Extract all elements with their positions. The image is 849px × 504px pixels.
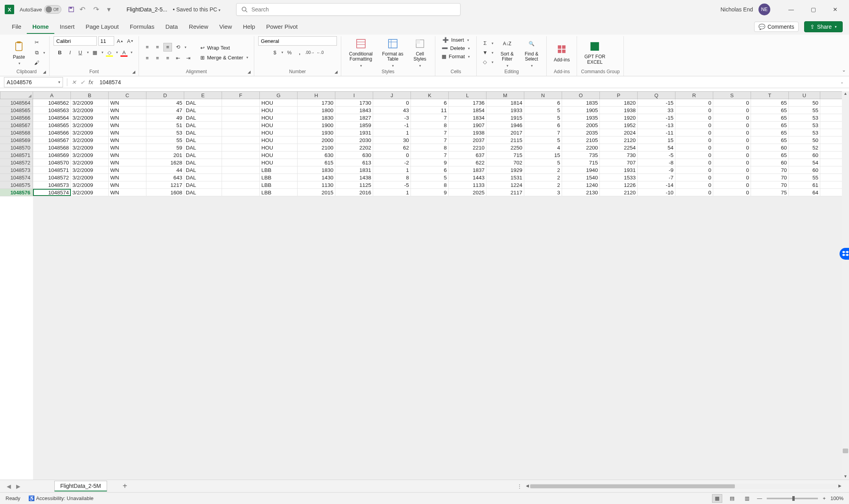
merge-center-button[interactable]: ⊞Merge & Center▾ <box>199 54 250 61</box>
scroll-up-icon[interactable]: ▲ <box>842 91 849 97</box>
cell[interactable]: 33 <box>638 107 675 114</box>
cell[interactable]: 9 <box>411 159 449 166</box>
cell[interactable]: -1 <box>373 122 411 129</box>
cell[interactable]: 1907 <box>449 122 486 129</box>
cell[interactable]: 5 <box>524 137 562 144</box>
cell[interactable]: 15 <box>638 137 675 144</box>
cell[interactable]: 0 <box>713 122 751 129</box>
autosum-button[interactable]: Σ <box>481 39 489 48</box>
table-row[interactable]: 10485653/2/2009WN51DALHOU19001859-181907… <box>33 122 842 129</box>
cell[interactable] <box>222 189 260 196</box>
cell[interactable]: 0 <box>713 99 751 106</box>
cell[interactable]: -7 <box>638 174 675 181</box>
cell[interactable]: 1834 <box>449 114 486 121</box>
name-box[interactable]: A1048576 ▾ <box>4 77 63 87</box>
percent-button[interactable]: % <box>285 48 294 57</box>
cell[interactable]: 8 <box>411 181 449 188</box>
conditional-formatting-button[interactable]: Conditional Formatting▾ <box>345 38 377 68</box>
cell[interactable]: 1608 <box>146 189 184 196</box>
table-row[interactable]: 10485683/2/2009WN59DALHOU210022026282210… <box>33 144 842 151</box>
cell[interactable]: 0 <box>713 114 751 121</box>
cell[interactable]: 1048568 <box>33 144 71 151</box>
cell[interactable]: 60 <box>751 144 789 151</box>
cell[interactable]: 7 <box>411 137 449 144</box>
row-header[interactable]: 1048574 <box>0 174 33 181</box>
cell[interactable]: 1048564 <box>33 114 71 121</box>
cell[interactable]: 1831 <box>335 166 373 174</box>
column-header[interactable]: B <box>71 92 109 99</box>
cell[interactable]: 2017 <box>486 129 524 136</box>
cell[interactable]: 702 <box>486 159 524 166</box>
cell[interactable]: 1438 <box>335 174 373 181</box>
cell[interactable]: 2015 <box>298 189 335 196</box>
cell[interactable]: DAL <box>184 122 222 129</box>
number-format-select[interactable] <box>258 36 337 46</box>
align-top-button[interactable]: ≡ <box>143 43 152 52</box>
cell[interactable]: 2115 <box>486 137 524 144</box>
clipboard-launcher[interactable]: ◢ <box>43 70 48 74</box>
cell[interactable]: 0 <box>675 181 713 188</box>
cell[interactable]: DAL <box>184 151 222 159</box>
cell[interactable] <box>222 99 260 106</box>
cell[interactable]: 1226 <box>600 181 638 188</box>
cell[interactable]: 637 <box>449 151 486 159</box>
cell[interactable]: 1 <box>373 129 411 136</box>
cell[interactable]: 0 <box>713 159 751 166</box>
cell[interactable]: 6 <box>524 122 562 129</box>
cell[interactable]: 5 <box>524 114 562 121</box>
cell[interactable]: 1730 <box>335 99 373 106</box>
row-header[interactable]: 1048571 <box>0 151 33 159</box>
cell[interactable]: HOU <box>260 122 298 129</box>
cell[interactable]: 1048569 <box>33 151 71 159</box>
cell[interactable]: 715 <box>562 159 600 166</box>
cell[interactable]: HOU <box>260 144 298 151</box>
cell[interactable] <box>222 122 260 129</box>
cell[interactable]: 630 <box>335 151 373 159</box>
cell[interactable]: 643 <box>146 174 184 181</box>
font-name-select[interactable] <box>54 36 97 46</box>
cell[interactable]: 1628 <box>146 159 184 166</box>
alignment-launcher[interactable]: ◢ <box>248 70 252 74</box>
fill-button[interactable]: ▼ <box>481 48 489 57</box>
cell[interactable]: 70 <box>751 174 789 181</box>
cell[interactable]: 0 <box>713 151 751 159</box>
cell[interactable]: 1915 <box>486 114 524 121</box>
cell[interactable]: 1933 <box>486 107 524 114</box>
cell[interactable]: 0 <box>675 166 713 174</box>
font-size-select[interactable] <box>98 36 114 46</box>
cell[interactable]: 0 <box>713 174 751 181</box>
zoom-out-button[interactable]: — <box>757 495 762 501</box>
cell[interactable] <box>222 166 260 174</box>
decrease-indent-button[interactable]: ⇤ <box>174 54 182 63</box>
cell[interactable]: DAL <box>184 114 222 121</box>
cell[interactable]: -14 <box>638 181 675 188</box>
cell[interactable]: 715 <box>486 151 524 159</box>
tab-power-pivot[interactable]: Power Pivot <box>261 20 303 34</box>
cell[interactable]: 2 <box>524 181 562 188</box>
cell[interactable]: -15 <box>638 99 675 106</box>
cell[interactable]: -11 <box>638 129 675 136</box>
table-row[interactable]: 10485703/2/2009WN1628DALHOU615613-296227… <box>33 159 842 166</box>
cell[interactable]: HOU <box>260 129 298 136</box>
tab-insert[interactable]: Insert <box>54 20 80 34</box>
cell[interactable]: 1130 <box>298 181 335 188</box>
cell[interactable]: 2024 <box>600 129 638 136</box>
cell[interactable]: 1531 <box>486 174 524 181</box>
autosave-toggle[interactable]: Off <box>44 5 61 14</box>
cell[interactable]: DAL <box>184 181 222 188</box>
cell[interactable]: 50 <box>789 99 820 106</box>
cell[interactable]: 52 <box>789 144 820 151</box>
cell[interactable]: 8 <box>411 144 449 151</box>
cell[interactable]: 0 <box>713 166 751 174</box>
cell[interactable]: 1952 <box>600 122 638 129</box>
cell[interactable]: 43 <box>373 107 411 114</box>
scroll-left-icon[interactable]: ◀ <box>525 484 530 488</box>
cell[interactable]: LBB <box>260 189 298 196</box>
cell[interactable]: 2037 <box>449 137 486 144</box>
row-header[interactable]: 1048567 <box>0 122 33 129</box>
tab-formulas[interactable]: Formulas <box>124 20 160 34</box>
cell[interactable]: 2250 <box>486 144 524 151</box>
number-launcher[interactable]: ◢ <box>335 70 339 74</box>
close-button[interactable]: ✕ <box>826 3 844 16</box>
cell[interactable]: DAL <box>184 107 222 114</box>
